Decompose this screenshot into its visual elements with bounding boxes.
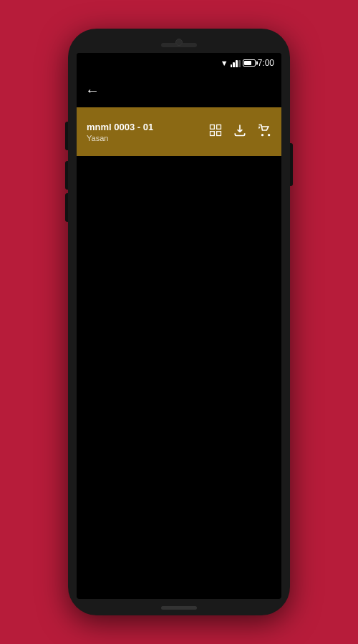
phone-screen: ▼ 7:00 ← (77, 53, 281, 599)
phone-top (68, 29, 290, 53)
home-indicator (161, 606, 197, 610)
signal-icon (231, 59, 241, 67)
grid-button[interactable] (208, 123, 223, 140)
battery-icon (243, 59, 256, 67)
download-button[interactable] (233, 123, 247, 140)
status-icons: ▼ 7:00 (221, 58, 274, 68)
bottom-bar: mnml 0003 - 01 Yasan (77, 107, 281, 156)
top-bar: ← (77, 73, 281, 107)
status-bar: ▼ 7:00 (77, 53, 281, 73)
svg-rect-11 (211, 125, 215, 130)
wallpaper-title: mnml 0003 - 01 (87, 122, 153, 132)
wallpaper-author: Yasan (87, 134, 153, 142)
svg-rect-14 (217, 132, 221, 136)
svg-rect-12 (217, 125, 221, 130)
wifi-icon: ▼ (221, 59, 228, 67)
svg-rect-13 (211, 132, 215, 136)
bottom-actions (208, 123, 271, 140)
battery-fill (244, 61, 252, 65)
front-camera (175, 39, 183, 46)
wallpaper-info: mnml 0003 - 01 Yasan (87, 122, 153, 142)
phone-frame: ▼ 7:00 ← (68, 29, 290, 615)
status-time: 7:00 (258, 58, 274, 68)
apply-button[interactable] (257, 123, 271, 140)
back-button[interactable]: ← (85, 82, 100, 99)
